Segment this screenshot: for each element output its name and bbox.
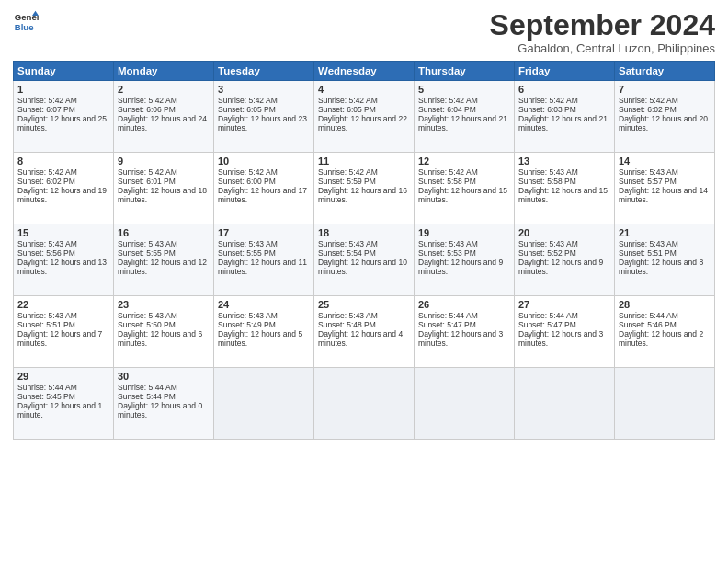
header: General Blue September 2024 Gabaldon, Ce… — [13, 9, 715, 55]
table-row: 7Sunrise: 5:42 AMSunset: 6:02 PMDaylight… — [615, 81, 715, 153]
col-friday: Friday — [515, 62, 615, 81]
table-row — [415, 368, 515, 440]
col-tuesday: Tuesday — [214, 62, 314, 81]
table-row — [214, 368, 314, 440]
table-row: 8Sunrise: 5:42 AMSunset: 6:02 PMDaylight… — [14, 153, 114, 224]
title-block: September 2024 Gabaldon, Central Luzon, … — [490, 9, 715, 55]
table-row: 6Sunrise: 5:42 AMSunset: 6:03 PMDaylight… — [515, 81, 615, 153]
table-row: 23Sunrise: 5:43 AMSunset: 5:50 PMDayligh… — [114, 296, 214, 368]
table-row: 29Sunrise: 5:44 AMSunset: 5:45 PMDayligh… — [14, 368, 114, 440]
table-row: 24Sunrise: 5:43 AMSunset: 5:49 PMDayligh… — [214, 296, 314, 368]
table-row: 14Sunrise: 5:43 AMSunset: 5:57 PMDayligh… — [615, 153, 715, 224]
table-row: 12Sunrise: 5:42 AMSunset: 5:58 PMDayligh… — [415, 153, 515, 224]
table-row: 2Sunrise: 5:42 AMSunset: 6:06 PMDaylight… — [114, 81, 214, 153]
table-row: 9Sunrise: 5:42 AMSunset: 6:01 PMDaylight… — [114, 153, 214, 224]
table-row: 26Sunrise: 5:44 AMSunset: 5:47 PMDayligh… — [415, 296, 515, 368]
calendar-table: Sunday Monday Tuesday Wednesday Thursday… — [13, 61, 715, 440]
calendar-week-1: 1Sunrise: 5:42 AMSunset: 6:07 PMDaylight… — [14, 81, 715, 153]
table-row: 20Sunrise: 5:43 AMSunset: 5:52 PMDayligh… — [515, 224, 615, 296]
month-title: September 2024 — [490, 9, 715, 41]
logo-icon: General Blue — [13, 9, 39, 35]
table-row — [314, 368, 415, 440]
subtitle: Gabaldon, Central Luzon, Philippines — [490, 41, 715, 55]
table-row: 19Sunrise: 5:43 AMSunset: 5:53 PMDayligh… — [415, 224, 515, 296]
svg-text:Blue: Blue — [15, 22, 34, 32]
table-row: 5Sunrise: 5:42 AMSunset: 6:04 PMDaylight… — [415, 81, 515, 153]
calendar-week-5: 29Sunrise: 5:44 AMSunset: 5:45 PMDayligh… — [14, 368, 715, 440]
logo: General Blue — [13, 9, 39, 35]
col-thursday: Thursday — [415, 62, 515, 81]
table-row — [515, 368, 615, 440]
table-row: 1Sunrise: 5:42 AMSunset: 6:07 PMDaylight… — [14, 81, 114, 153]
table-row: 11Sunrise: 5:42 AMSunset: 5:59 PMDayligh… — [314, 153, 415, 224]
table-row: 18Sunrise: 5:43 AMSunset: 5:54 PMDayligh… — [314, 224, 415, 296]
table-row: 10Sunrise: 5:42 AMSunset: 6:00 PMDayligh… — [214, 153, 314, 224]
col-monday: Monday — [114, 62, 214, 81]
header-row: Sunday Monday Tuesday Wednesday Thursday… — [14, 62, 715, 81]
col-wednesday: Wednesday — [314, 62, 415, 81]
table-row: 21Sunrise: 5:43 AMSunset: 5:51 PMDayligh… — [615, 224, 715, 296]
table-row: 22Sunrise: 5:43 AMSunset: 5:51 PMDayligh… — [14, 296, 114, 368]
calendar-week-2: 8Sunrise: 5:42 AMSunset: 6:02 PMDaylight… — [14, 153, 715, 224]
table-row: 27Sunrise: 5:44 AMSunset: 5:47 PMDayligh… — [515, 296, 615, 368]
table-row: 25Sunrise: 5:43 AMSunset: 5:48 PMDayligh… — [314, 296, 415, 368]
table-row: 30Sunrise: 5:44 AMSunset: 5:44 PMDayligh… — [114, 368, 214, 440]
calendar-week-3: 15Sunrise: 5:43 AMSunset: 5:56 PMDayligh… — [14, 224, 715, 296]
table-row: 3Sunrise: 5:42 AMSunset: 6:05 PMDaylight… — [214, 81, 314, 153]
col-sunday: Sunday — [14, 62, 114, 81]
page: General Blue September 2024 Gabaldon, Ce… — [0, 0, 728, 563]
col-saturday: Saturday — [615, 62, 715, 81]
calendar-week-4: 22Sunrise: 5:43 AMSunset: 5:51 PMDayligh… — [14, 296, 715, 368]
table-row: 15Sunrise: 5:43 AMSunset: 5:56 PMDayligh… — [14, 224, 114, 296]
table-row: 13Sunrise: 5:43 AMSunset: 5:58 PMDayligh… — [515, 153, 615, 224]
table-row — [615, 368, 715, 440]
table-row: 17Sunrise: 5:43 AMSunset: 5:55 PMDayligh… — [214, 224, 314, 296]
table-row: 4Sunrise: 5:42 AMSunset: 6:05 PMDaylight… — [314, 81, 415, 153]
table-row: 16Sunrise: 5:43 AMSunset: 5:55 PMDayligh… — [114, 224, 214, 296]
table-row: 28Sunrise: 5:44 AMSunset: 5:46 PMDayligh… — [615, 296, 715, 368]
